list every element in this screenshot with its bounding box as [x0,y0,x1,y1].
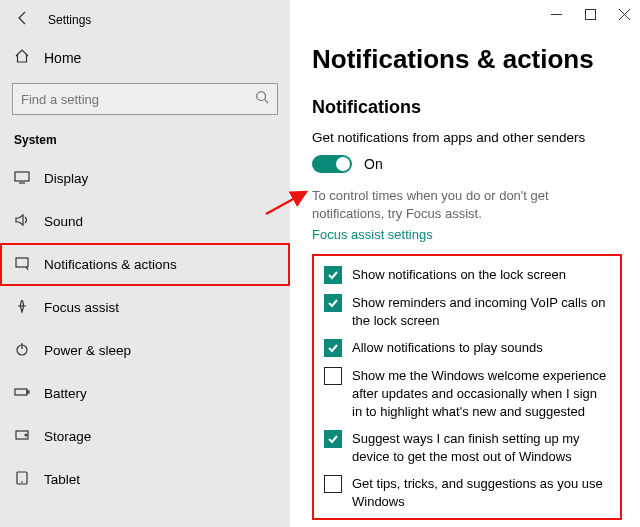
check-label: Show reminders and incoming VoIP calls o… [352,294,610,329]
sidebar-item-display[interactable]: Display [0,157,290,200]
svg-rect-5 [27,391,29,393]
tablet-icon [14,470,30,489]
titlebar: Settings [0,0,290,38]
window-controls [550,8,630,20]
sidebar-item-notifications[interactable]: Notifications & actions [0,243,290,286]
sound-icon [14,212,30,231]
notifications-toggle[interactable] [312,155,352,173]
app-title: Settings [48,13,91,27]
checkbox[interactable] [324,266,342,284]
check-label: Show me the Windows welcome experience a… [352,367,610,420]
help-text: To control times when you do or don't ge… [312,187,622,223]
check-label: Allow notifications to play sounds [352,339,543,357]
nav-label: Focus assist [44,300,119,315]
check-setup: Suggest ways I can finish setting up my … [324,430,610,465]
section-subhead: Notifications [312,97,622,118]
checkbox[interactable] [324,367,342,385]
notifications-toggle-row: On [312,155,622,173]
sidebar-item-tablet[interactable]: Tablet [0,458,290,501]
search-wrap [0,77,290,125]
svg-rect-4 [15,389,27,395]
sidebar: Settings Home System Display Sound Notif… [0,0,290,527]
section-desc: Get notifications from apps and other se… [312,130,622,145]
page-title: Notifications & actions [312,44,622,75]
sidebar-item-focus-assist[interactable]: Focus assist [0,286,290,329]
check-lock-screen: Show notifications on the lock screen [324,266,610,284]
sidebar-home[interactable]: Home [0,38,290,77]
home-label: Home [44,50,81,66]
main-content: Notifications & actions Notifications Ge… [290,0,640,527]
section-label: System [0,125,290,157]
checkbox[interactable] [324,430,342,448]
toggle-state: On [364,156,383,172]
notifications-icon [14,255,30,274]
check-label: Get tips, tricks, and suggestions as you… [352,475,610,510]
checkbox[interactable] [324,475,342,493]
check-label: Show notifications on the lock screen [352,266,566,284]
nav-label: Notifications & actions [44,257,177,272]
focus-assist-icon [14,298,30,317]
svg-rect-1 [15,172,29,181]
power-icon [14,341,30,360]
sidebar-item-storage[interactable]: Storage [0,415,290,458]
search-box[interactable] [12,83,278,115]
sidebar-item-sound[interactable]: Sound [0,200,290,243]
nav-label: Battery [44,386,87,401]
nav-label: Power & sleep [44,343,131,358]
check-sounds: Allow notifications to play sounds [324,339,610,357]
home-icon [14,48,30,67]
check-welcome: Show me the Windows welcome experience a… [324,367,610,420]
sidebar-item-battery[interactable]: Battery [0,372,290,415]
sidebar-item-power-sleep[interactable]: Power & sleep [0,329,290,372]
battery-icon [14,384,30,403]
notification-options: Show notifications on the lock screen Sh… [312,254,622,520]
search-icon [255,90,269,108]
nav-label: Display [44,171,88,186]
display-icon [14,169,30,188]
checkbox[interactable] [324,339,342,357]
storage-icon [14,427,30,446]
back-icon[interactable] [14,10,30,30]
focus-assist-link[interactable]: Focus assist settings [312,227,622,242]
minimize-button[interactable] [550,8,562,20]
svg-rect-6 [16,431,28,439]
svg-rect-9 [585,9,595,19]
close-button[interactable] [618,8,630,20]
checkbox[interactable] [324,294,342,312]
check-voip: Show reminders and incoming VoIP calls o… [324,294,610,329]
svg-point-0 [257,92,266,101]
check-tips: Get tips, tricks, and suggestions as you… [324,475,610,510]
nav-label: Storage [44,429,91,444]
search-input[interactable] [21,92,255,107]
nav-label: Tablet [44,472,80,487]
check-label: Suggest ways I can finish setting up my … [352,430,610,465]
svg-rect-2 [16,258,28,267]
nav-label: Sound [44,214,83,229]
svg-point-7 [25,434,27,436]
maximize-button[interactable] [584,8,596,20]
